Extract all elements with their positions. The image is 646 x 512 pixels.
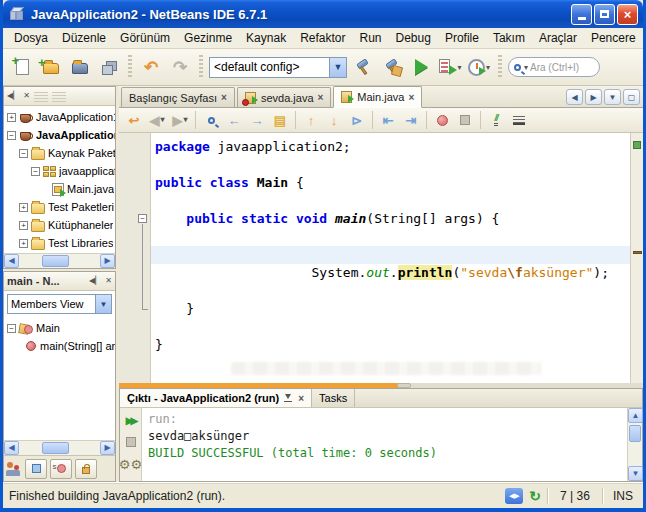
toggle-highlight-button[interactable]: ▤: [269, 110, 291, 131]
start-macro-recording-button[interactable]: [431, 110, 453, 131]
close-tab-icon[interactable]: ×: [298, 393, 304, 404]
scroll-right-icon[interactable]: ▶: [100, 254, 115, 268]
stop-button[interactable]: [122, 433, 140, 451]
close-panel-icon[interactable]: ✕: [105, 277, 112, 285]
tab-output-run[interactable]: Çıktı - JavaApplication2 (run) ×: [120, 389, 312, 407]
open-project-button[interactable]: [67, 54, 93, 80]
undo-button[interactable]: ↶: [138, 54, 164, 80]
run-config-select[interactable]: <default config> ▼: [209, 57, 347, 78]
filter-non-public-button[interactable]: [75, 459, 97, 479]
close-button[interactable]: ×: [617, 4, 638, 25]
menu-duzenle[interactable]: Düzenle: [55, 29, 113, 47]
error-stripe[interactable]: [630, 133, 643, 383]
back-button[interactable]: ◀▾: [146, 110, 168, 131]
editor-gutter[interactable]: −: [119, 133, 151, 383]
scrollbar-thumb[interactable]: [629, 425, 641, 442]
menu-pencere[interactable]: Pencere: [584, 29, 643, 47]
save-all-button[interactable]: [96, 54, 122, 80]
menu-araclar[interactable]: Araçlar: [532, 29, 584, 47]
tree-row-libraries[interactable]: + Kütüphaneler: [4, 216, 115, 234]
next-occurrence-button[interactable]: →: [246, 110, 268, 131]
menu-run[interactable]: Run: [353, 29, 389, 47]
run-project-button[interactable]: [408, 54, 434, 80]
collapse-icon[interactable]: −: [31, 167, 40, 176]
menu-gorunum[interactable]: Görünüm: [113, 29, 177, 47]
members-view-select[interactable]: Members View ▼: [7, 294, 112, 314]
scroll-down-icon[interactable]: ▼: [628, 466, 643, 481]
splitter-grip[interactable]: [397, 383, 411, 388]
refresh-icon[interactable]: ↻: [529, 489, 541, 503]
tree-row-project2[interactable]: − JavaApplication2: [4, 126, 115, 144]
tab-tasks[interactable]: Tasks: [312, 389, 355, 407]
maximize-button[interactable]: [594, 4, 615, 25]
menu-profile[interactable]: Profile: [438, 29, 486, 47]
minimize-panel-icon[interactable]: ◀▏: [89, 277, 101, 285]
collapse-icon[interactable]: −: [7, 131, 16, 140]
close-tab-icon[interactable]: ×: [318, 92, 324, 103]
scroll-left-icon[interactable]: ◀: [4, 254, 19, 268]
editor-output-splitter[interactable]: [119, 383, 643, 388]
shift-right-button[interactable]: ⇥: [400, 110, 422, 131]
no-errors-indicator[interactable]: [633, 141, 641, 149]
search-input[interactable]: [530, 62, 594, 73]
projects-horizontal-scrollbar[interactable]: ◀ ▶: [4, 253, 115, 268]
menu-gezinme[interactable]: Gezinme: [177, 29, 239, 47]
tab-main-java[interactable]: Main.java ×: [333, 86, 422, 108]
ant-settings-button[interactable]: ⚙⚙: [122, 455, 140, 473]
quick-search-field[interactable]: ▾: [508, 57, 600, 77]
rerun-button[interactable]: ▶▶: [122, 411, 140, 429]
clean-build-button[interactable]: [379, 54, 405, 80]
scroll-up-icon[interactable]: ▲: [628, 408, 643, 423]
collapse-icon[interactable]: −: [7, 324, 16, 333]
fold-collapse-icon[interactable]: −: [138, 214, 147, 223]
last-edit-location-button[interactable]: ↩: [123, 110, 145, 131]
menu-debug[interactable]: Debug: [389, 29, 438, 47]
uncomment-button[interactable]: [508, 110, 530, 131]
previous-occurrence-button[interactable]: ←: [223, 110, 245, 131]
close-panel-icon[interactable]: ✕: [23, 92, 30, 100]
expand-icon[interactable]: +: [19, 239, 28, 248]
forward-button[interactable]: ▶▾: [169, 110, 191, 131]
scrollbar-thumb[interactable]: [42, 255, 70, 267]
tree-row-main-method[interactable]: main(String[] args): [4, 337, 115, 355]
panel-tab-stub[interactable]: [52, 90, 66, 102]
maximize-editor-button[interactable]: ▢: [623, 89, 640, 105]
new-project-button[interactable]: [38, 54, 64, 80]
scrollbar-thumb[interactable]: [42, 442, 70, 454]
find-selection-button[interactable]: [200, 110, 222, 131]
minimize-window-icon[interactable]: [284, 394, 293, 403]
menu-yardim[interactable]: Yardım: [643, 29, 646, 47]
menu-dosya[interactable]: Dosya: [7, 29, 55, 47]
tab-start-page[interactable]: Başlangıç Sayfası ×: [121, 87, 235, 107]
tab-list-button[interactable]: ▼: [604, 89, 621, 105]
code-editor[interactable]: − package javaapplication2; public class…: [119, 133, 643, 383]
menu-kaynak[interactable]: Kaynak: [239, 29, 293, 47]
tree-row-package[interactable]: − javaapplication2: [4, 162, 115, 180]
output-console[interactable]: run: sevda□aksünger BUILD SUCCESSFUL (to…: [142, 408, 627, 481]
shift-left-button[interactable]: ⇤: [377, 110, 399, 131]
minimize-button[interactable]: [571, 4, 592, 25]
filter-static-button[interactable]: [50, 459, 72, 479]
build-button[interactable]: [350, 54, 376, 80]
stop-macro-recording-button[interactable]: [454, 110, 476, 131]
menu-refaktor[interactable]: Refaktor: [293, 29, 352, 47]
expand-icon[interactable]: +: [19, 203, 28, 212]
tree-row-source-packages[interactable]: − Kaynak Paketleri: [4, 144, 115, 162]
panel-tab-stub[interactable]: [34, 90, 48, 102]
sync-editor-icon[interactable]: ◀▶: [505, 488, 523, 504]
scroll-tabs-right-button[interactable]: ▶: [585, 89, 602, 105]
new-file-button[interactable]: [9, 54, 35, 80]
minimize-panel-icon[interactable]: ◀▏: [7, 92, 19, 100]
scroll-left-icon[interactable]: ◀: [4, 441, 19, 455]
tab-sevda-java[interactable]: sevda.java ×: [237, 87, 331, 107]
output-vertical-scrollbar[interactable]: ▲ ▼: [627, 408, 642, 481]
close-tab-icon[interactable]: ×: [408, 92, 414, 103]
filter-fields-button[interactable]: [25, 459, 47, 479]
tree-row-main-class[interactable]: − Main: [4, 319, 115, 337]
navigator-horizontal-scrollbar[interactable]: ◀ ▶: [4, 440, 115, 455]
code-text[interactable]: package javaapplication2; public class M…: [151, 133, 630, 383]
expand-icon[interactable]: +: [7, 113, 16, 122]
tree-row-main-java[interactable]: Main.java: [4, 180, 115, 198]
close-tab-icon[interactable]: ×: [221, 92, 227, 103]
profile-project-button[interactable]: ▾: [466, 54, 492, 80]
